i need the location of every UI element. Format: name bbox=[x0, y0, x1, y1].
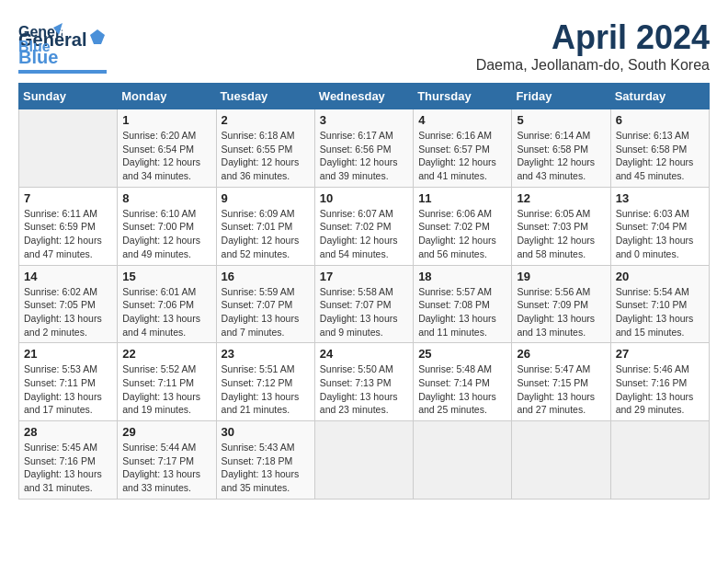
day-cell: 20Sunrise: 5:54 AM Sunset: 7:10 PM Dayli… bbox=[610, 265, 709, 343]
day-info: Sunrise: 5:57 AM Sunset: 7:08 PM Dayligh… bbox=[418, 285, 506, 339]
header-cell-thursday: Thursday bbox=[414, 84, 512, 109]
title-area: April 2024 Daema, Jeollanam-do, South Ko… bbox=[476, 18, 710, 74]
day-info: Sunrise: 5:44 AM Sunset: 7:17 PM Dayligh… bbox=[122, 441, 210, 495]
day-cell: 15Sunrise: 6:01 AM Sunset: 7:06 PM Dayli… bbox=[118, 265, 216, 343]
day-cell: 4Sunrise: 6:16 AM Sunset: 6:57 PM Daylig… bbox=[414, 109, 512, 188]
week-row-1: 1Sunrise: 6:20 AM Sunset: 6:54 PM Daylig… bbox=[19, 109, 710, 188]
day-number: 20 bbox=[616, 270, 704, 283]
day-cell: 26Sunrise: 5:47 AM Sunset: 7:15 PM Dayli… bbox=[512, 343, 610, 421]
day-info: Sunrise: 6:06 AM Sunset: 7:02 PM Dayligh… bbox=[418, 207, 506, 261]
logo: General Blue General Blue bbox=[18, 18, 107, 74]
day-cell bbox=[512, 421, 610, 500]
day-cell: 2Sunrise: 6:18 AM Sunset: 6:55 PM Daylig… bbox=[216, 109, 314, 188]
day-cell: 18Sunrise: 5:57 AM Sunset: 7:08 PM Dayli… bbox=[414, 265, 512, 343]
day-cell: 22Sunrise: 5:52 AM Sunset: 7:11 PM Dayli… bbox=[118, 343, 216, 421]
day-number: 15 bbox=[122, 270, 210, 283]
day-info: Sunrise: 6:02 AM Sunset: 7:05 PM Dayligh… bbox=[24, 285, 112, 339]
day-info: Sunrise: 6:14 AM Sunset: 6:58 PM Dayligh… bbox=[517, 129, 605, 183]
day-cell: 29Sunrise: 5:44 AM Sunset: 7:17 PM Dayli… bbox=[118, 421, 216, 500]
day-info: Sunrise: 5:45 AM Sunset: 7:16 PM Dayligh… bbox=[24, 441, 112, 495]
day-number: 10 bbox=[320, 191, 408, 205]
day-number: 12 bbox=[517, 191, 605, 205]
day-cell: 16Sunrise: 5:59 AM Sunset: 7:07 PM Dayli… bbox=[216, 265, 314, 343]
day-info: Sunrise: 5:59 AM Sunset: 7:07 PM Dayligh… bbox=[222, 285, 310, 339]
day-cell: 12Sunrise: 6:05 AM Sunset: 7:03 PM Dayli… bbox=[512, 187, 610, 265]
day-number: 9 bbox=[222, 191, 310, 205]
day-info: Sunrise: 6:09 AM Sunset: 7:01 PM Dayligh… bbox=[222, 207, 310, 261]
day-cell: 10Sunrise: 6:07 AM Sunset: 7:02 PM Dayli… bbox=[314, 187, 413, 265]
day-cell: 30Sunrise: 5:43 AM Sunset: 7:18 PM Dayli… bbox=[216, 421, 314, 500]
day-number: 23 bbox=[222, 347, 310, 361]
day-number: 16 bbox=[222, 270, 310, 283]
week-row-2: 7Sunrise: 6:11 AM Sunset: 6:59 PM Daylig… bbox=[19, 187, 710, 265]
day-cell bbox=[314, 421, 413, 500]
day-cell bbox=[19, 109, 118, 188]
week-row-5: 28Sunrise: 5:45 AM Sunset: 7:16 PM Dayli… bbox=[19, 421, 710, 500]
week-row-3: 14Sunrise: 6:02 AM Sunset: 7:05 PM Dayli… bbox=[19, 265, 710, 343]
day-cell: 8Sunrise: 6:10 AM Sunset: 7:00 PM Daylig… bbox=[118, 187, 216, 265]
day-number: 30 bbox=[222, 425, 310, 439]
day-cell bbox=[414, 421, 512, 500]
day-info: Sunrise: 5:52 AM Sunset: 7:11 PM Dayligh… bbox=[122, 362, 210, 417]
day-cell: 27Sunrise: 5:46 AM Sunset: 7:16 PM Dayli… bbox=[610, 343, 709, 421]
day-number: 18 bbox=[418, 270, 506, 283]
day-number: 25 bbox=[418, 347, 506, 361]
logo-bar bbox=[18, 70, 107, 74]
header-row: SundayMondayTuesdayWednesdayThursdayFrid… bbox=[19, 84, 710, 109]
day-number: 3 bbox=[320, 113, 408, 127]
day-number: 6 bbox=[616, 113, 704, 127]
header-cell-tuesday: Tuesday bbox=[216, 84, 314, 109]
day-number: 11 bbox=[418, 191, 506, 205]
day-cell: 24Sunrise: 5:50 AM Sunset: 7:13 PM Dayli… bbox=[314, 343, 413, 421]
day-info: Sunrise: 5:48 AM Sunset: 7:14 PM Dayligh… bbox=[418, 362, 506, 417]
svg-text:General: General bbox=[18, 24, 63, 40]
day-cell: 23Sunrise: 5:51 AM Sunset: 7:12 PM Dayli… bbox=[216, 343, 314, 421]
day-cell: 17Sunrise: 5:58 AM Sunset: 7:07 PM Dayli… bbox=[314, 265, 413, 343]
svg-text:Blue: Blue bbox=[18, 39, 51, 54]
day-number: 2 bbox=[222, 113, 310, 127]
page-header: General Blue General Blue April 2024 Dae… bbox=[18, 18, 710, 74]
header-cell-wednesday: Wednesday bbox=[314, 84, 413, 109]
day-number: 29 bbox=[122, 425, 210, 439]
day-cell: 21Sunrise: 5:53 AM Sunset: 7:11 PM Dayli… bbox=[19, 343, 118, 421]
day-cell: 3Sunrise: 6:17 AM Sunset: 6:56 PM Daylig… bbox=[314, 109, 413, 188]
day-info: Sunrise: 5:58 AM Sunset: 7:07 PM Dayligh… bbox=[320, 285, 408, 339]
day-info: Sunrise: 6:07 AM Sunset: 7:02 PM Dayligh… bbox=[320, 207, 408, 261]
day-info: Sunrise: 5:54 AM Sunset: 7:10 PM Dayligh… bbox=[616, 285, 704, 339]
day-info: Sunrise: 6:10 AM Sunset: 7:00 PM Dayligh… bbox=[122, 207, 210, 261]
day-info: Sunrise: 6:11 AM Sunset: 6:59 PM Dayligh… bbox=[24, 207, 112, 261]
day-number: 1 bbox=[122, 113, 210, 127]
day-number: 24 bbox=[320, 347, 408, 361]
day-info: Sunrise: 6:03 AM Sunset: 7:04 PM Dayligh… bbox=[616, 207, 704, 261]
day-cell: 6Sunrise: 6:13 AM Sunset: 6:58 PM Daylig… bbox=[610, 109, 709, 188]
day-number: 17 bbox=[320, 270, 408, 283]
day-info: Sunrise: 5:50 AM Sunset: 7:13 PM Dayligh… bbox=[320, 362, 408, 417]
day-cell: 25Sunrise: 5:48 AM Sunset: 7:14 PM Dayli… bbox=[414, 343, 512, 421]
day-number: 7 bbox=[24, 191, 112, 205]
day-info: Sunrise: 6:16 AM Sunset: 6:57 PM Dayligh… bbox=[418, 129, 506, 183]
day-number: 4 bbox=[418, 113, 506, 127]
header-cell-monday: Monday bbox=[118, 84, 216, 109]
day-info: Sunrise: 6:01 AM Sunset: 7:06 PM Dayligh… bbox=[122, 285, 210, 339]
day-info: Sunrise: 5:53 AM Sunset: 7:11 PM Dayligh… bbox=[24, 362, 112, 417]
day-cell: 11Sunrise: 6:06 AM Sunset: 7:02 PM Dayli… bbox=[414, 187, 512, 265]
day-info: Sunrise: 6:17 AM Sunset: 6:56 PM Dayligh… bbox=[320, 129, 408, 183]
day-info: Sunrise: 6:20 AM Sunset: 6:54 PM Dayligh… bbox=[122, 129, 210, 183]
day-number: 27 bbox=[616, 347, 704, 361]
day-number: 13 bbox=[616, 191, 704, 205]
day-cell: 7Sunrise: 6:11 AM Sunset: 6:59 PM Daylig… bbox=[19, 187, 118, 265]
header-cell-friday: Friday bbox=[512, 84, 610, 109]
day-info: Sunrise: 6:13 AM Sunset: 6:58 PM Dayligh… bbox=[616, 129, 704, 183]
day-cell: 14Sunrise: 6:02 AM Sunset: 7:05 PM Dayli… bbox=[19, 265, 118, 343]
header-cell-sunday: Sunday bbox=[19, 84, 118, 109]
day-info: Sunrise: 6:18 AM Sunset: 6:55 PM Dayligh… bbox=[222, 129, 310, 183]
day-info: Sunrise: 5:51 AM Sunset: 7:12 PM Dayligh… bbox=[222, 362, 310, 417]
day-number: 5 bbox=[517, 113, 605, 127]
day-cell: 28Sunrise: 5:45 AM Sunset: 7:16 PM Dayli… bbox=[19, 421, 118, 500]
day-cell bbox=[610, 421, 709, 500]
day-info: Sunrise: 5:46 AM Sunset: 7:16 PM Dayligh… bbox=[616, 362, 704, 417]
day-cell: 9Sunrise: 6:09 AM Sunset: 7:01 PM Daylig… bbox=[216, 187, 314, 265]
week-row-4: 21Sunrise: 5:53 AM Sunset: 7:11 PM Dayli… bbox=[19, 343, 710, 421]
day-info: Sunrise: 5:56 AM Sunset: 7:09 PM Dayligh… bbox=[517, 285, 605, 339]
day-number: 21 bbox=[24, 347, 112, 361]
